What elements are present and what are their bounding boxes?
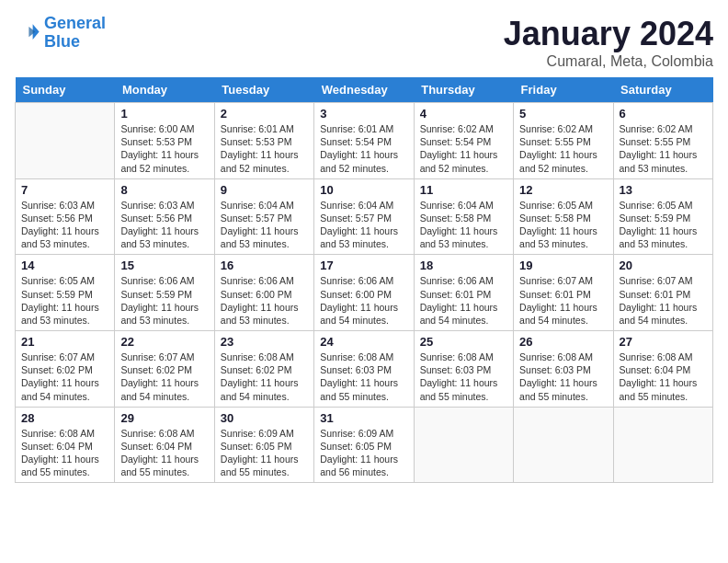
- day-info: Sunrise: 6:04 AM Sunset: 5:57 PM Dayligh…: [320, 199, 407, 251]
- day-cell-2-5: 19Sunrise: 6:07 AM Sunset: 6:01 PM Dayli…: [514, 255, 613, 331]
- day-info: Sunrise: 6:08 AM Sunset: 6:04 PM Dayligh…: [120, 427, 208, 479]
- day-number: 17: [320, 259, 407, 272]
- day-number: 8: [120, 183, 208, 197]
- calendar-table: Sunday Monday Tuesday Wednesday Thursday…: [15, 77, 713, 483]
- day-cell-3-2: 23Sunrise: 6:08 AM Sunset: 6:02 PM Dayli…: [214, 331, 313, 408]
- day-info: Sunrise: 6:05 AM Sunset: 5:59 PM Dayligh…: [21, 274, 108, 327]
- day-number: 16: [221, 259, 308, 272]
- day-info: Sunrise: 6:08 AM Sunset: 6:03 PM Dayligh…: [320, 350, 407, 403]
- header-saturday: Saturday: [613, 77, 712, 103]
- day-cell-4-0: 28Sunrise: 6:08 AM Sunset: 6:04 PM Dayli…: [16, 407, 115, 483]
- day-cell-0-3: 3Sunrise: 6:01 AM Sunset: 5:54 PM Daylig…: [314, 103, 414, 179]
- day-cell-2-6: 20Sunrise: 6:07 AM Sunset: 6:01 PM Dayli…: [613, 255, 712, 331]
- day-info: Sunrise: 6:08 AM Sunset: 6:04 PM Dayligh…: [21, 427, 108, 479]
- day-cell-1-2: 9Sunrise: 6:04 AM Sunset: 5:57 PM Daylig…: [214, 178, 313, 255]
- day-cell-1-1: 8Sunrise: 6:03 AM Sunset: 5:56 PM Daylig…: [115, 178, 214, 255]
- day-number: 25: [420, 335, 507, 349]
- day-number: 15: [120, 259, 208, 272]
- day-info: Sunrise: 6:07 AM Sunset: 6:01 PM Dayligh…: [620, 274, 707, 327]
- day-info: Sunrise: 6:07 AM Sunset: 6:01 PM Dayligh…: [519, 274, 607, 327]
- day-number: 12: [519, 183, 607, 197]
- day-info: Sunrise: 6:07 AM Sunset: 6:02 PM Dayligh…: [21, 350, 108, 403]
- week-row-1: 1Sunrise: 6:00 AM Sunset: 5:53 PM Daylig…: [16, 103, 713, 179]
- day-number: 6: [620, 107, 707, 121]
- day-info: Sunrise: 6:08 AM Sunset: 6:03 PM Dayligh…: [420, 350, 507, 403]
- calendar-subtitle: Cumaral, Meta, Colombia: [504, 53, 713, 70]
- header-thursday: Thursday: [414, 77, 513, 103]
- logo-icon: [15, 20, 40, 46]
- day-cell-3-3: 24Sunrise: 6:08 AM Sunset: 6:03 PM Dayli…: [314, 331, 414, 408]
- day-cell-4-5: [514, 407, 613, 483]
- logo-line2: Blue: [44, 32, 80, 51]
- day-number: 20: [620, 259, 707, 272]
- day-number: 18: [420, 259, 507, 272]
- day-number: 2: [221, 107, 308, 121]
- day-info: Sunrise: 6:07 AM Sunset: 6:02 PM Dayligh…: [120, 350, 208, 403]
- page-header: General Blue January 2024 Cumaral, Meta,…: [15, 15, 713, 70]
- day-info: Sunrise: 6:05 AM Sunset: 5:59 PM Dayligh…: [620, 199, 707, 251]
- day-info: Sunrise: 6:08 AM Sunset: 6:03 PM Dayligh…: [519, 350, 607, 403]
- day-number: 1: [120, 107, 208, 121]
- logo-line1: General: [44, 14, 106, 32]
- weekday-header-row: Sunday Monday Tuesday Wednesday Thursday…: [16, 77, 713, 103]
- day-cell-0-1: 1Sunrise: 6:00 AM Sunset: 5:53 PM Daylig…: [115, 103, 214, 179]
- day-number: 27: [620, 335, 707, 349]
- day-info: Sunrise: 6:02 AM Sunset: 5:55 PM Dayligh…: [620, 122, 707, 175]
- day-info: Sunrise: 6:02 AM Sunset: 5:54 PM Dayligh…: [420, 122, 507, 175]
- day-info: Sunrise: 6:08 AM Sunset: 6:02 PM Dayligh…: [221, 350, 308, 403]
- day-cell-1-4: 11Sunrise: 6:04 AM Sunset: 5:58 PM Dayli…: [414, 178, 513, 255]
- day-info: Sunrise: 6:02 AM Sunset: 5:55 PM Dayligh…: [519, 122, 607, 175]
- day-cell-3-4: 25Sunrise: 6:08 AM Sunset: 6:03 PM Dayli…: [414, 331, 513, 408]
- day-cell-1-0: 7Sunrise: 6:03 AM Sunset: 5:56 PM Daylig…: [16, 178, 115, 255]
- day-cell-1-3: 10Sunrise: 6:04 AM Sunset: 5:57 PM Dayli…: [314, 178, 414, 255]
- day-info: Sunrise: 6:03 AM Sunset: 5:56 PM Dayligh…: [120, 199, 208, 251]
- week-row-5: 28Sunrise: 6:08 AM Sunset: 6:04 PM Dayli…: [16, 407, 713, 483]
- day-cell-2-3: 17Sunrise: 6:06 AM Sunset: 6:00 PM Dayli…: [314, 255, 414, 331]
- day-cell-3-1: 22Sunrise: 6:07 AM Sunset: 6:02 PM Dayli…: [115, 331, 214, 408]
- day-number: 5: [519, 107, 607, 121]
- day-cell-1-5: 12Sunrise: 6:05 AM Sunset: 5:58 PM Dayli…: [514, 178, 613, 255]
- logo: General Blue: [15, 15, 106, 52]
- week-row-4: 21Sunrise: 6:07 AM Sunset: 6:02 PM Dayli…: [16, 331, 713, 408]
- day-number: 30: [221, 411, 308, 425]
- day-number: 21: [21, 335, 108, 349]
- day-number: 24: [320, 335, 407, 349]
- day-number: 14: [21, 259, 108, 272]
- day-number: 19: [519, 259, 607, 272]
- day-cell-3-6: 27Sunrise: 6:08 AM Sunset: 6:04 PM Dayli…: [613, 331, 712, 408]
- day-info: Sunrise: 6:00 AM Sunset: 5:53 PM Dayligh…: [120, 122, 208, 175]
- logo-text: General Blue: [44, 15, 106, 52]
- day-number: 7: [21, 183, 108, 197]
- day-cell-2-1: 15Sunrise: 6:06 AM Sunset: 5:59 PM Dayli…: [115, 255, 214, 331]
- day-number: 29: [120, 411, 208, 425]
- title-block: January 2024 Cumaral, Meta, Colombia: [504, 15, 713, 70]
- day-cell-4-2: 30Sunrise: 6:09 AM Sunset: 6:05 PM Dayli…: [214, 407, 313, 483]
- header-wednesday: Wednesday: [314, 77, 414, 103]
- day-number: 22: [120, 335, 208, 349]
- calendar-header: Sunday Monday Tuesday Wednesday Thursday…: [16, 77, 713, 103]
- day-cell-2-2: 16Sunrise: 6:06 AM Sunset: 6:00 PM Dayli…: [214, 255, 313, 331]
- day-cell-0-6: 6Sunrise: 6:02 AM Sunset: 5:55 PM Daylig…: [613, 103, 712, 179]
- day-info: Sunrise: 6:09 AM Sunset: 6:05 PM Dayligh…: [320, 427, 407, 479]
- day-cell-3-5: 26Sunrise: 6:08 AM Sunset: 6:03 PM Dayli…: [514, 331, 613, 408]
- header-tuesday: Tuesday: [214, 77, 313, 103]
- day-info: Sunrise: 6:06 AM Sunset: 6:00 PM Dayligh…: [221, 274, 308, 327]
- day-cell-2-4: 18Sunrise: 6:06 AM Sunset: 6:01 PM Dayli…: [414, 255, 513, 331]
- day-info: Sunrise: 6:08 AM Sunset: 6:04 PM Dayligh…: [620, 350, 707, 403]
- day-number: 26: [519, 335, 607, 349]
- day-cell-0-0: [16, 103, 115, 179]
- day-number: 10: [320, 183, 407, 197]
- header-monday: Monday: [115, 77, 214, 103]
- day-info: Sunrise: 6:06 AM Sunset: 6:00 PM Dayligh…: [320, 274, 407, 327]
- day-cell-1-6: 13Sunrise: 6:05 AM Sunset: 5:59 PM Dayli…: [613, 178, 712, 255]
- day-info: Sunrise: 6:01 AM Sunset: 5:54 PM Dayligh…: [320, 122, 407, 175]
- day-cell-0-5: 5Sunrise: 6:02 AM Sunset: 5:55 PM Daylig…: [514, 103, 613, 179]
- day-cell-3-0: 21Sunrise: 6:07 AM Sunset: 6:02 PM Dayli…: [16, 331, 115, 408]
- day-cell-0-4: 4Sunrise: 6:02 AM Sunset: 5:54 PM Daylig…: [414, 103, 513, 179]
- day-number: 23: [221, 335, 308, 349]
- calendar-title: January 2024: [504, 15, 713, 53]
- day-number: 3: [320, 107, 407, 121]
- day-info: Sunrise: 6:09 AM Sunset: 6:05 PM Dayligh…: [221, 427, 308, 479]
- day-cell-2-0: 14Sunrise: 6:05 AM Sunset: 5:59 PM Dayli…: [16, 255, 115, 331]
- day-info: Sunrise: 6:04 AM Sunset: 5:58 PM Dayligh…: [420, 199, 507, 251]
